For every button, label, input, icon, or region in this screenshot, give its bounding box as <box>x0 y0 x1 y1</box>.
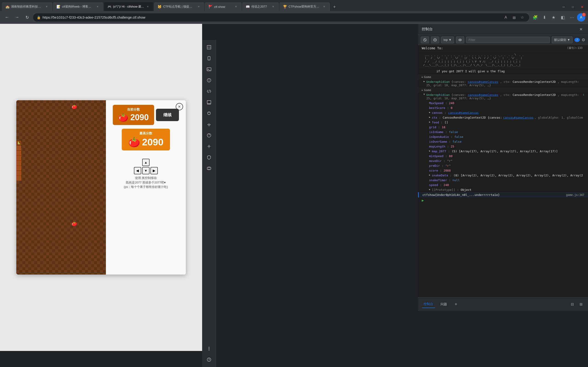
downloads-icon[interactable]: ⬇ <box>540 13 548 22</box>
tab-close-6[interactable]: × <box>271 5 275 9</box>
minimize-button[interactable]: ─ <box>560 3 568 11</box>
tab-6[interactable]: 📖 传说之2077 × <box>242 2 279 11</box>
prop-ctx[interactable]: ▶ ctx : CanvasRenderingContext2D {canvas… <box>418 115 588 120</box>
flag-source-link[interactable]: game.js:347 <box>566 193 584 197</box>
footer-tab-issues[interactable]: 问题 <box>439 301 449 308</box>
prop-key-preDir: preDir <box>429 164 440 167</box>
dt-memory-icon[interactable] <box>204 163 214 173</box>
tab-close-5[interactable]: × <box>234 5 238 9</box>
obj-row-expanded[interactable]: ▶ Underophidian {canvas: canvas#gameCanv… <box>418 92 588 101</box>
prop-canvas[interactable]: ▶ canvas : canvas#gameCanvas <box>418 110 588 115</box>
address-bar[interactable]: 🔒 https://5e1031c7-f233-43c3-adee-215725… <box>33 13 529 22</box>
game-section-label-1: Game <box>424 75 431 79</box>
prop-key-score: score <box>429 169 438 172</box>
sort-button[interactable]: 默认级别 ▼ <box>552 36 573 43</box>
tab-4[interactable]: 🐱 CTF站点导航 | 猫捉鱼铃 × <box>154 2 204 11</box>
game-section-2[interactable]: ▶ Game <box>418 88 588 92</box>
prop-snakeTimer[interactable]: snakeTimer : null <box>418 178 588 183</box>
footer-add-button[interactable]: + <box>452 301 459 308</box>
dt-inspect-icon[interactable] <box>204 42 214 52</box>
browser-toolbar: 🧩 ⬇ ★ ◧ ⋯ A 1 <box>531 13 585 22</box>
tab-label-5: ctf.show <box>214 5 232 8</box>
prop-moveDir[interactable]: moveDir : "r" <box>418 158 588 163</box>
tab-7[interactable]: 🏆 CTFshow荣狗杯官方wp... × <box>279 2 330 11</box>
tab-favicon-1: 🏫 <box>6 5 9 8</box>
prop-speed[interactable]: speed : 240 <box>418 183 588 187</box>
reader-icon[interactable]: ▤ <box>511 14 517 21</box>
prop-map2077[interactable]: ▶ map_2077 : (5) [Array(17), Array(17), … <box>418 149 588 154</box>
dock-side-icon[interactable]: ⊟ <box>569 301 576 308</box>
console-settings-icon[interactable]: ⚙ <box>582 37 585 42</box>
dt-device-icon[interactable] <box>204 53 214 63</box>
prop-isOverGame[interactable]: isOverGame : false <box>418 139 588 144</box>
tab-3[interactable]: 🎮 (o'▽')/ Hi - ctfshow-菜... × <box>104 2 153 11</box>
tab-5[interactable]: 🚩 ctf.show × <box>205 2 242 11</box>
close-button[interactable]: ✕ <box>578 3 586 11</box>
prop-key-canvas: canvas <box>432 111 443 115</box>
prop-MaxSpeed[interactable]: MaxSpeed : 240 <box>418 101 588 106</box>
filter-input[interactable] <box>466 37 550 43</box>
tab-1[interactable]: 🏫 湖南智皓祥教育科技有限... × <box>2 2 52 11</box>
prop-score[interactable]: score : 2088 <box>418 168 588 173</box>
translate-icon[interactable]: A <box>502 14 509 21</box>
dock-bottom-icon[interactable]: ⊞ <box>578 301 584 308</box>
dt-more-icon[interactable] <box>204 344 214 354</box>
dt-security-icon[interactable] <box>204 152 214 162</box>
footer-right-controls: ⊟ ⊞ <box>569 301 584 308</box>
prop-val-canvas[interactable]: canvas#gameCanvas <box>448 111 479 115</box>
devtools-toolbar: top ▼ 默认级别 ▼ 7 ⚙ <box>418 35 588 45</box>
prop-val-grid: 18 <box>442 125 445 129</box>
bookmark-icon[interactable]: ☆ <box>519 14 526 21</box>
console-prompt-row[interactable]: ▶ <box>418 198 588 203</box>
prop-preDir[interactable]: preDir : "r" <box>418 163 588 168</box>
back-button[interactable]: ← <box>3 13 11 22</box>
dt-network-icon[interactable] <box>204 97 214 107</box>
extensions-icon[interactable]: 🧩 <box>531 13 539 22</box>
reload-button[interactable]: ↻ <box>23 13 31 22</box>
live-expressions-button[interactable] <box>456 36 464 43</box>
prop-isOpenAudio[interactable]: isOpenAudio : false <box>418 134 588 139</box>
dt-performance-icon[interactable] <box>204 130 214 140</box>
new-tab-button[interactable]: + <box>330 3 338 11</box>
game-section-1[interactable]: ▶ Game <box>418 75 588 79</box>
favorites-icon[interactable]: ★ <box>549 13 558 22</box>
prop-grid[interactable]: grid : 18 <box>418 125 588 130</box>
obj-row-1[interactable]: ▶ Underophidian {canvas: canvas#gameCanv… <box>418 79 588 88</box>
game-container: 🍅 🐍 🍅 ✕ 当前分数 <box>16 100 186 275</box>
profile-button[interactable]: A 1 <box>577 13 585 22</box>
maximize-button[interactable]: □ <box>569 3 577 11</box>
prop-minSpeed[interactable]: minSpeed : 80 <box>418 154 588 158</box>
devtools-close-button[interactable]: ✕ <box>578 26 584 33</box>
forward-button[interactable]: → <box>13 13 21 22</box>
prop-prototype[interactable]: ▶ [[Prototype]] : Object <box>418 187 588 192</box>
prop-bestScore[interactable]: bestScore : 0 <box>418 106 588 110</box>
prop-mapLength[interactable]: mapLength : 25 <box>418 144 588 149</box>
dt-help-icon[interactable] <box>204 355 214 365</box>
prop-snakeData[interactable]: ▶ snakeData : (8) [Array(2), Array(2), A… <box>418 173 588 178</box>
context-selector[interactable]: top ▼ <box>441 36 454 43</box>
dt-sources-icon[interactable] <box>204 86 214 96</box>
tab-close-3[interactable]: × <box>146 5 150 9</box>
tab-close-2[interactable]: × <box>95 5 100 9</box>
collections-icon[interactable]: ◧ <box>559 13 567 22</box>
console-line-welcome: Welcome To: (索引):133 <box>418 45 588 52</box>
tab-2[interactable]: 📝 ctf菜狗杯web - 博客园·... × <box>53 2 103 11</box>
current-score-box: 当前分数 🍅 2090 <box>113 105 154 125</box>
clear-console-button[interactable] <box>421 36 429 43</box>
prop-food[interactable]: ▶ food : [] <box>418 120 588 125</box>
prop-isInGame[interactable]: isInGame : false <box>418 130 588 134</box>
dt-console-icon[interactable] <box>204 64 214 74</box>
tab-close-4[interactable]: × <box>197 5 201 9</box>
tab-close-7[interactable]: × <box>322 5 326 9</box>
block-requests-button[interactable] <box>431 36 439 43</box>
game-close-button[interactable]: ✕ <box>176 103 183 110</box>
dt-elements-icon[interactable] <box>204 75 214 85</box>
tab-close-1[interactable]: × <box>44 5 49 9</box>
dt-debug-icon[interactable] <box>204 108 214 118</box>
continue-button[interactable]: 继续 <box>156 109 179 121</box>
dt-settings-icon[interactable] <box>204 141 214 151</box>
browser-settings-icon[interactable]: ⋯ <box>568 13 576 22</box>
dt-wifi-icon[interactable] <box>204 119 214 129</box>
sort-dropdown-icon: ▼ <box>567 38 570 42</box>
footer-tab-console[interactable]: 控制台 <box>422 301 435 308</box>
